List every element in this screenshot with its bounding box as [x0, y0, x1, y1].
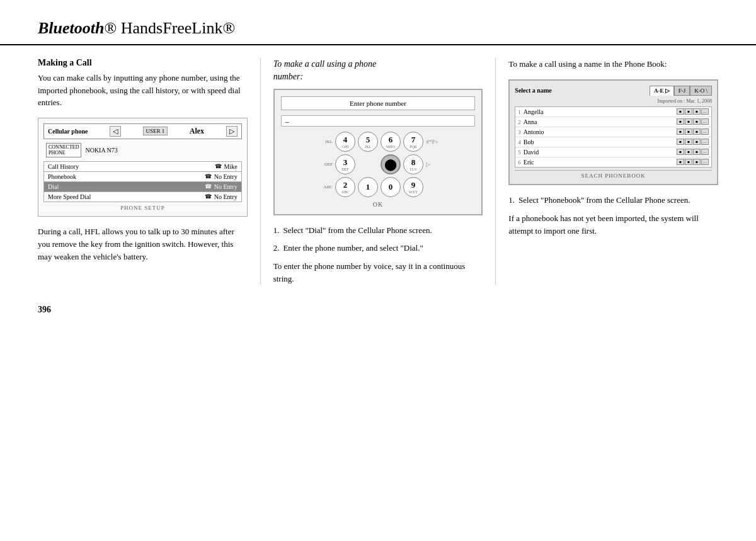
menu-item-1-value: Mike	[224, 163, 238, 170]
pb-row-3-icons: ■ ■ ■ …	[677, 128, 709, 135]
key-5[interactable]: 5JKL	[358, 132, 378, 152]
pb-row-5-num: 5	[518, 149, 521, 156]
making-a-call-body: You can make calls by inputting any phon…	[38, 72, 248, 109]
pb-row-6[interactable]: 6Eric ■ ■ ■ …	[515, 157, 711, 167]
col-left: Making a Call You can make calls by inpu…	[38, 58, 261, 285]
phone-menu-row-4[interactable]: More Speed Dial ☎ No Entry	[43, 191, 242, 202]
menu-row-2-right: ☎ No Entry	[205, 173, 238, 180]
cellular-phone-label: Cellular phone	[48, 128, 88, 135]
pb-row-3[interactable]: 3Antonio ■ ■ ■ …	[515, 127, 711, 137]
icon-box: ■	[693, 149, 701, 155]
pb-row-5-name: David	[524, 149, 539, 156]
phone-menu-row-1[interactable]: Call History ☎ Mike	[43, 161, 242, 171]
mid-steps: 1. Select "Dial" from the Cellular Phone…	[273, 224, 483, 254]
pb-row-2[interactable]: 2Anna ■ ■ ■ …	[515, 117, 711, 127]
dialpad-ok[interactable]: OK	[281, 201, 476, 208]
pb-header-row: Select a name A-E ▷ F-J K-O \	[515, 86, 712, 96]
key-2[interactable]: 2ABC	[335, 177, 355, 197]
key-7[interactable]: 7PQR	[403, 132, 423, 152]
left-arrow-btn[interactable]: ◁	[110, 126, 121, 137]
arrow-right: ▷	[426, 161, 438, 168]
connected-device: NOKIA N73	[85, 147, 117, 154]
user-badge: USER 1	[143, 127, 168, 135]
icon-box: ■	[693, 118, 701, 125]
key-1[interactable]: 1	[358, 177, 378, 197]
pb-tab-ae[interactable]: A-E ▷	[650, 86, 674, 96]
pb-row-1-num: 1	[518, 109, 521, 115]
pb-row-2-name: Anna	[524, 118, 537, 125]
icon-box: ■	[693, 159, 701, 165]
icon-box: ■	[685, 118, 692, 125]
phone-icon-4: ☎	[205, 193, 212, 200]
icon-box: …	[701, 128, 709, 135]
pb-tabs: A-E ▷ F-J K-O \	[650, 86, 712, 96]
connected-row: CONNECTEDPHONE NOKIA N73	[43, 142, 242, 159]
icon-box: ■	[677, 108, 684, 115]
center-dial[interactable]: ⬤	[381, 154, 401, 174]
italic-heading-line2: number:	[273, 72, 303, 81]
icon-box: …	[701, 139, 709, 145]
mid-step-1-num: 1.	[273, 224, 280, 237]
key-9[interactable]: 9WXY	[403, 177, 423, 197]
making-a-call-title: Making a Call	[38, 58, 248, 68]
pb-row-1-icons: ■ ■ ■ …	[677, 108, 709, 115]
key-0[interactable]: 0	[381, 177, 401, 197]
mid-note: To enter the phone number by voice, say …	[273, 260, 483, 285]
pb-row-4-icons: ■ ■ ■ …	[677, 139, 709, 145]
pb-tab-fj[interactable]: F-J	[674, 86, 690, 96]
right-step-1-num: 1.	[508, 194, 515, 207]
icon-box: ■	[685, 128, 692, 135]
row-label-abc: ABC	[318, 185, 333, 190]
menu-item-4-label: More Speed Dial	[48, 193, 91, 200]
pb-row-1-name: Angella	[524, 108, 544, 115]
right-note: If a phonebook has not yet been imported…	[508, 212, 718, 237]
mid-step-1-text: Select "Dial" from the Cellular Phone sc…	[283, 224, 432, 237]
pb-row-4[interactable]: 4Bob ■ ■ ■ …	[515, 137, 711, 147]
icon-box: ■	[693, 108, 701, 115]
pb-row-4-name: Bob	[524, 139, 534, 145]
icon-box: ■	[677, 118, 684, 125]
icon-box: ■	[693, 128, 701, 135]
pb-row-5[interactable]: 5David ■ ■ ■ …	[515, 147, 711, 157]
menu-item-3-value: No Entry	[214, 183, 238, 190]
key-4[interactable]: 4GHI	[335, 132, 355, 152]
connected-badge: CONNECTEDPHONE	[46, 143, 81, 157]
icon-box: ■	[685, 159, 692, 165]
menu-item-4-value: No Entry	[214, 193, 238, 200]
italic-heading-line1: To make a call using a phone	[273, 59, 377, 69]
hash-star: #*P+	[426, 139, 438, 145]
key-6[interactable]: 6MNO	[381, 132, 401, 152]
mid-step-2-num: 2.	[273, 242, 280, 254]
pb-list: 1Angella ■ ■ ■ … 2Anna ■ ■ ■ …	[515, 106, 712, 168]
page-header: Bluetooth® HandsFreeLink®	[0, 0, 756, 45]
icon-box: ■	[685, 108, 692, 115]
pb-row-1[interactable]: 1Angella ■ ■ ■ …	[515, 107, 711, 117]
phone-header-row: Cellular phone ◁ USER 1 Alex ▷	[43, 123, 242, 139]
key-8[interactable]: 8TUV	[403, 154, 423, 174]
key-3[interactable]: 3DEF	[335, 154, 355, 174]
right-step-1: 1. Select "Phonebook" from the Cellular …	[508, 194, 718, 207]
menu-row-3-right: ☎ No Entry	[205, 183, 238, 190]
phone-menu-row-3[interactable]: Dial ☎ No Entry	[43, 181, 242, 191]
pb-search-label[interactable]: SEACH PHONEBOOK	[515, 170, 712, 179]
right-arrow-btn[interactable]: ▷	[226, 126, 238, 137]
pb-row-3-num: 3	[518, 129, 521, 135]
pb-row-3-name: Antonio	[524, 128, 544, 135]
pb-row-6-num: 6	[518, 159, 521, 166]
right-steps: 1. Select "Phonebook" from the Cellular …	[508, 194, 718, 207]
right-intro: To make a call using a name in the Phone…	[508, 58, 718, 71]
col-right: To make a call using a name in the Phone…	[496, 58, 718, 285]
phone-menu-row-2[interactable]: Phonebook ☎ No Entry	[43, 171, 242, 181]
menu-row-2-left: Phonebook	[48, 173, 76, 180]
icon-box: ■	[677, 128, 684, 135]
icon-box: ■	[685, 139, 692, 145]
menu-row-3-left: Dial	[48, 183, 59, 190]
dialpad-input[interactable]: –	[281, 115, 476, 127]
menu-item-2-value: No Entry	[214, 173, 238, 180]
phone-menu: Call History ☎ Mike Phonebook ☎ No Entry	[43, 161, 242, 202]
mid-step-2: 2. Enter the phone number, and select "D…	[273, 242, 483, 254]
icon-box: ■	[677, 159, 684, 165]
mid-italic-heading: To make a call using a phone number:	[273, 58, 483, 83]
pb-tab-ko[interactable]: K-O \	[690, 86, 712, 96]
dialpad-header: Enter phone number	[281, 96, 476, 110]
